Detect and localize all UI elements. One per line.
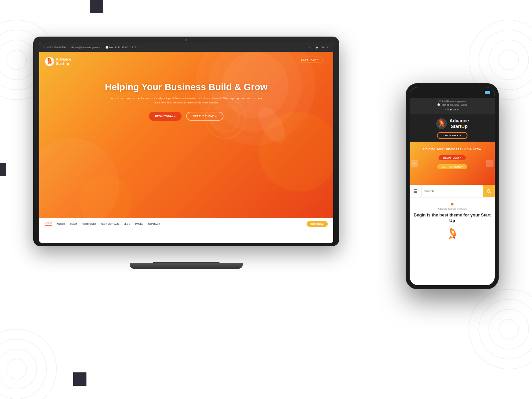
facebook-icon[interactable]: f xyxy=(309,46,310,49)
phone-search-input[interactable] xyxy=(422,185,483,197)
laptop-base xyxy=(130,263,243,269)
phone-email-text: info@themeshopy.com xyxy=(442,100,466,102)
phone-logo-line2: StartUp xyxy=(450,124,469,129)
svg-marker-39 xyxy=(449,236,453,239)
main-scene: 📞 +00 1234567890 ✉ info@themeshopy.com 🕐… xyxy=(33,17,499,382)
phone-hours-text: Mon To Fri 10:00 - 18:00 xyxy=(442,104,467,106)
svg-line-36 xyxy=(489,192,490,193)
logo-up-letter: U xyxy=(64,62,67,66)
phone-logo-row: Advance StartUp xyxy=(410,118,495,130)
laptop-topbar: 📞 +00 1234567890 ✉ info@themeshopy.com 🕐… xyxy=(39,43,333,52)
laptop-screen: 📞 +00 1234567890 ✉ info@themeshopy.com 🕐… xyxy=(39,43,333,243)
phone-hours-info: 🕐 Mon To Fri 10:00 - 18:00 xyxy=(410,103,495,106)
laptop-get-theme-button[interactable]: GET THE THEME > xyxy=(186,112,223,121)
logo-rocket-icon xyxy=(45,57,55,66)
svg-point-21 xyxy=(79,175,132,218)
phone-rocket-logo-icon xyxy=(436,118,448,130)
phone-social-bar: f ✈ ▶ G+ in xyxy=(410,107,495,112)
laptop-logo: Advance StartUp xyxy=(45,57,71,66)
laptop-begin-today-button[interactable]: BEGIN TODAY > xyxy=(149,112,181,121)
svg-point-7 xyxy=(7,359,27,379)
features-dot-indicator xyxy=(451,203,454,205)
phone-email-info: ✉ info@themeshopy.com xyxy=(410,100,495,102)
laptop-device: 📞 +00 1234567890 ✉ info@themeshopy.com 🕐… xyxy=(33,37,339,266)
phone-hamburger-menu[interactable]: ☰ xyxy=(410,185,422,197)
nav-item-about[interactable]: ABOUT xyxy=(57,222,66,225)
laptop-body: 📞 +00 1234567890 ✉ info@themeshopy.com 🕐… xyxy=(33,37,339,246)
decorative-square-2 xyxy=(0,163,6,176)
clock-icon: 🕐 xyxy=(105,46,108,49)
phone-clock-icon: 🕐 xyxy=(437,103,440,106)
laptop-hero-buttons: BEGIN TODAY > GET THE THEME > xyxy=(39,112,333,121)
svg-point-20 xyxy=(39,138,119,218)
laptop-hero-title: Helping Your Business Build & Grow xyxy=(39,82,333,92)
laptop-phone-info: 📞 +00 1234567890 xyxy=(43,46,66,49)
nav-item-blog[interactable]: BLOG xyxy=(123,222,130,225)
features-label: Advance Startup Features xyxy=(414,207,491,210)
laptop-social-links: f t ▶ G+ in xyxy=(309,46,329,49)
decorative-square-1 xyxy=(90,0,103,13)
phone-icon: 📞 xyxy=(43,46,46,49)
phone-logo-section: Advance StartUp LET'S TALK > xyxy=(410,114,495,142)
phone-device: ✉ info@themeshopy.com 🕐 Mon To Fri 10:00… xyxy=(406,83,499,289)
nav-item-contact[interactable]: CONTACT xyxy=(148,222,160,225)
phone-hero-next-arrow[interactable]: › xyxy=(486,160,493,167)
hero-bg-decorations xyxy=(39,52,333,218)
laptop-hero-section: Advance StartUp LET'S TALK > Helping You… xyxy=(39,52,333,218)
features-title: Begin is the best theme for your Start U… xyxy=(414,212,491,224)
phone-number-text: +00 1234567890 xyxy=(47,46,66,49)
svg-point-3 xyxy=(7,50,27,70)
gplus-icon[interactable]: G+ xyxy=(321,46,325,49)
laptop-lets-talk-button[interactable]: LET'S TALK > xyxy=(297,57,323,63)
phone-body: ✉ info@themeshopy.com 🕐 Mon To Fri 10:00… xyxy=(406,83,499,289)
laptop-email-info: ✉ info@themeshopy.com xyxy=(71,46,100,49)
laptop-hero-subtitle: Lorem ipsum dolor sit amet, consectetur … xyxy=(106,96,266,105)
svg-point-11 xyxy=(499,50,519,70)
nav-item-pages[interactable]: PAGES xyxy=(135,222,143,225)
search-icon xyxy=(486,189,491,194)
phone-email-icon: ✉ xyxy=(439,100,441,102)
phone-logo-text: Advance StartUp xyxy=(450,118,469,129)
phone-notch xyxy=(439,87,466,94)
svg-point-19 xyxy=(259,112,333,192)
nav-item-home[interactable]: HOME xyxy=(45,222,52,226)
laptop-hero-content: Helping Your Business Build & Grow Lorem… xyxy=(39,82,333,121)
laptop-logo-text: Advance StartUp xyxy=(56,57,71,66)
nav-item-portfolio[interactable]: PORTFOLIO xyxy=(81,222,96,225)
svg-point-41 xyxy=(452,231,454,233)
phone-search-bar: ☰ xyxy=(410,185,495,198)
phone-logo-line1: Advance xyxy=(450,118,469,124)
phone-status-icon xyxy=(485,91,490,94)
phone-info-bar: ✉ info@themeshopy.com 🕐 Mon To Fri 10:00… xyxy=(410,98,495,114)
phone-social-icons: f ✈ ▶ G+ in xyxy=(445,108,459,111)
laptop-hours-info: 🕐 Mon To Fri 10:00 - 18:00 xyxy=(105,46,137,49)
nav-item-team[interactable]: TEAM xyxy=(70,222,77,225)
phone-logo-up-letter: U xyxy=(462,124,465,129)
youtube-icon[interactable]: ▶ xyxy=(316,46,318,49)
svg-point-15 xyxy=(499,319,519,339)
logo-line1: Advance xyxy=(56,57,71,62)
phone-hero-arrows: ‹ › xyxy=(410,160,495,167)
nav-item-testimonials[interactable]: TESTIMONIALS xyxy=(100,222,119,225)
email-text: info@themeshopy.com xyxy=(75,46,100,49)
hours-text: Mon To Fri 10:00 - 18:00 xyxy=(109,46,137,49)
phone-screen: ✉ info@themeshopy.com 🕐 Mon To Fri 10:00… xyxy=(410,87,495,285)
linkedin-icon[interactable]: in xyxy=(327,46,329,49)
phone-hero-section: ‹ › Helping Your Business Build & Grow B… xyxy=(410,142,495,185)
phone-lets-talk-button[interactable]: LET'S TALK > xyxy=(437,132,467,139)
nav-buy-now-button[interactable]: BUY NOW xyxy=(307,221,328,227)
laptop-navbar: HOME ABOUT TEAM PORTFOLIO TESTIMONIALS B… xyxy=(39,218,333,229)
laptop-camera xyxy=(185,39,187,41)
logo-line2: StartUp xyxy=(56,62,71,66)
svg-point-2 xyxy=(0,40,37,80)
features-rocket-icon xyxy=(446,228,459,241)
phone-search-button[interactable] xyxy=(483,185,495,197)
phone-hero-title: Helping Your Business Build & Grow xyxy=(410,147,495,151)
phone-features-section: Advance Startup Features Begin is the be… xyxy=(410,198,495,248)
email-icon: ✉ xyxy=(71,46,74,49)
svg-point-6 xyxy=(0,349,37,389)
phone-hero-prev-arrow[interactable]: ‹ xyxy=(411,160,418,167)
twitter-icon[interactable]: t xyxy=(313,46,314,49)
